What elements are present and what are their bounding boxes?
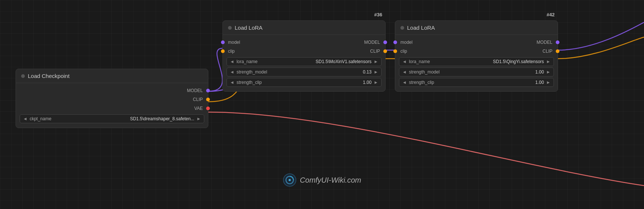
- lora36-lora-label: lora_name: [237, 59, 281, 64]
- checkpoint-model-label: MODEL: [187, 88, 203, 93]
- lora36-clip-out-label: CLIP: [370, 49, 380, 54]
- checkpoint-ckpt-widget[interactable]: ◄ ckpt_name SD1.5\dreamshaper_8.safeten.…: [20, 114, 204, 123]
- lora36-lora-name-widget[interactable]: ◄ lora_name SD1.5\MoXinV1.safetensors ►: [227, 57, 382, 66]
- lora42-model-in-dot[interactable]: [393, 40, 397, 44]
- lora36-model-in-dot[interactable]: [221, 40, 225, 44]
- checkpoint-clip-label: CLIP: [193, 97, 203, 102]
- lora42-model-out-label: MODEL: [536, 40, 552, 45]
- comfyui-logo-icon: [283, 173, 296, 187]
- lora42-lora-arrow-left[interactable]: ◄: [402, 59, 407, 64]
- lora42-status-dot: [400, 26, 404, 30]
- lora42-model-in-label: model: [400, 40, 413, 45]
- load-lora-42-node: #42 Load LoRA model MODEL clip CLIP ◄ l: [395, 20, 558, 92]
- lora42-body: model MODEL clip CLIP ◄ lora_name SD1.5\…: [395, 35, 558, 91]
- lora42-sc-label: strength_clip: [409, 80, 453, 85]
- lora36-clip-out-dot[interactable]: [383, 49, 387, 53]
- lora36-sm-arrow-right[interactable]: ►: [374, 69, 378, 75]
- lora42-header: Load LoRA: [395, 21, 558, 35]
- lora42-clip-out-label: CLIP: [542, 49, 552, 54]
- lora42-clip-out-dot[interactable]: [556, 49, 559, 53]
- watermark: ComfyUI-Wiki.com: [283, 173, 361, 187]
- lora42-clip-in-label: clip: [400, 49, 407, 54]
- checkpoint-ckpt-arrow-right[interactable]: ►: [196, 116, 201, 121]
- lora36-strength-clip-widget[interactable]: ◄ strength_clip 1.00 ►: [227, 78, 382, 87]
- lora36-body: model MODEL clip CLIP ◄ lora_name SD1.5\…: [223, 35, 385, 91]
- lora36-model-out-dot[interactable]: [383, 40, 387, 44]
- lora36-sm-label: strength_model: [237, 69, 281, 75]
- checkpoint-ckpt-arrow-left[interactable]: ◄: [23, 116, 27, 121]
- lora36-model-out-label: MODEL: [364, 40, 380, 45]
- canvas: Load Checkpoint MODEL CLIP VAE ◄ ckpt_na…: [0, 0, 644, 209]
- svg-point-2: [288, 179, 291, 181]
- lora36-status-dot: [228, 26, 232, 30]
- lora36-model-in-label: model: [228, 40, 240, 45]
- checkpoint-clip-dot[interactable]: [206, 98, 210, 101]
- checkpoint-model-port: MODEL: [16, 86, 208, 95]
- lora36-id: #36: [374, 12, 382, 17]
- lora36-lora-arrow-left[interactable]: ◄: [230, 59, 234, 64]
- checkpoint-vae-dot[interactable]: [206, 107, 210, 110]
- lora36-sm-value: 0.13: [283, 69, 371, 75]
- checkpoint-title: Load Checkpoint: [28, 73, 70, 79]
- checkpoint-body: MODEL CLIP VAE ◄ ckpt_name SD1.5\dreamsh…: [16, 83, 208, 128]
- lora42-lora-arrow-right[interactable]: ►: [546, 59, 551, 64]
- lora42-sm-label: strength_model: [409, 69, 453, 75]
- load-checkpoint-node: Load Checkpoint MODEL CLIP VAE ◄ ckpt_na…: [16, 69, 208, 128]
- checkpoint-header: Load Checkpoint: [16, 69, 208, 83]
- load-lora-36-node: #36 Load LoRA model MODEL clip CLIP ◄ l: [222, 20, 386, 92]
- lora36-lora-arrow-right[interactable]: ►: [374, 59, 378, 64]
- lora36-lora-value: SD1.5\MoXinV1.safetensors: [283, 59, 371, 64]
- lora42-title: Load LoRA: [407, 25, 435, 31]
- lora36-title: Load LoRA: [235, 25, 262, 31]
- checkpoint-vae-port: VAE: [16, 104, 208, 113]
- checkpoint-status-dot: [21, 74, 25, 78]
- lora42-sc-value: 1.00: [455, 80, 544, 85]
- lora42-model-out-dot[interactable]: [556, 40, 559, 44]
- checkpoint-ckpt-value: SD1.5\dreamshaper_8.safeten...: [86, 116, 194, 121]
- lora42-sm-arrow-left[interactable]: ◄: [402, 69, 407, 75]
- checkpoint-clip-port: CLIP: [16, 95, 208, 104]
- lora36-strength-model-widget[interactable]: ◄ strength_model 0.13 ►: [227, 68, 382, 76]
- lora36-sc-label: strength_clip: [237, 80, 281, 85]
- lora36-clip-in-label: clip: [228, 49, 235, 54]
- lora42-lora-label: lora_name: [409, 59, 453, 64]
- lora36-clip-in-row: clip CLIP: [223, 47, 385, 56]
- lora42-sc-arrow-right[interactable]: ►: [546, 80, 551, 85]
- lora42-sm-arrow-right[interactable]: ►: [546, 69, 551, 75]
- lora36-sm-arrow-left[interactable]: ◄: [230, 69, 234, 75]
- checkpoint-ckpt-label: ckpt_name: [30, 116, 84, 121]
- lora36-model-in-row: model MODEL: [223, 38, 385, 47]
- checkpoint-model-dot[interactable]: [206, 89, 210, 92]
- lora42-strength-model-widget[interactable]: ◄ strength_model 1.00 ►: [399, 68, 554, 76]
- lora36-clip-in-dot[interactable]: [221, 49, 225, 53]
- lora42-sc-arrow-left[interactable]: ◄: [402, 80, 407, 85]
- lora36-sc-arrow-right[interactable]: ►: [374, 80, 378, 85]
- lora42-model-in-row: model MODEL: [395, 38, 558, 47]
- watermark-text: ComfyUI-Wiki.com: [300, 176, 361, 184]
- lora42-sm-value: 1.00: [455, 69, 544, 75]
- lora36-header: Load LoRA: [223, 21, 385, 35]
- lora42-lora-name-widget[interactable]: ◄ lora_name SD1.5\QingYi.safetensors ►: [399, 57, 554, 66]
- lora42-id: #42: [546, 12, 555, 17]
- lora42-clip-in-row: clip CLIP: [395, 47, 558, 56]
- lora42-clip-in-dot[interactable]: [393, 49, 397, 53]
- checkpoint-vae-label: VAE: [194, 106, 203, 111]
- lora36-sc-arrow-left[interactable]: ◄: [230, 80, 234, 85]
- lora42-lora-value: SD1.5\QingYi.safetensors: [455, 59, 544, 64]
- lora36-sc-value: 1.00: [283, 80, 371, 85]
- lora42-strength-clip-widget[interactable]: ◄ strength_clip 1.00 ►: [399, 78, 554, 87]
